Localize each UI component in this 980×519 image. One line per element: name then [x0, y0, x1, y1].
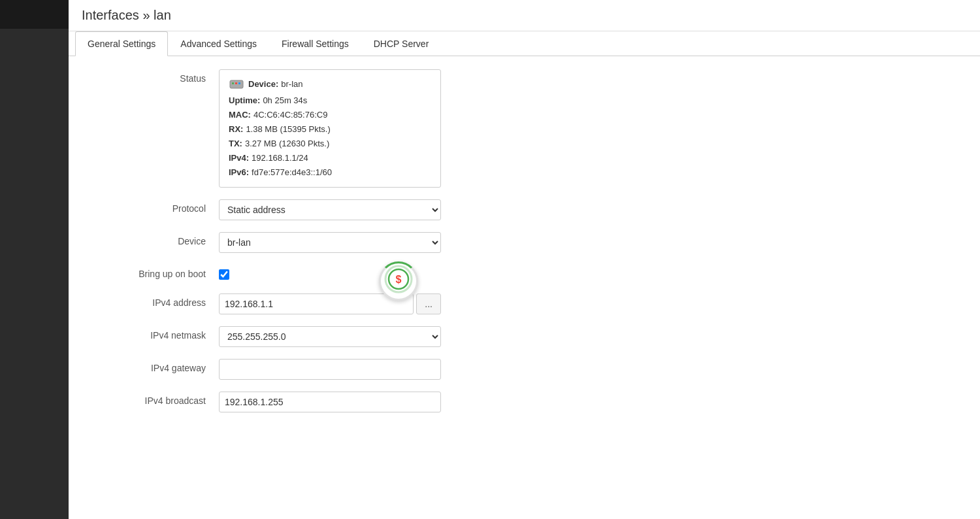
status-label: Status	[88, 69, 219, 84]
svg-rect-2	[235, 82, 237, 84]
ipv4-broadcast-row: IPv4 broadcast	[88, 392, 637, 412]
ipv4-netmask-label: IPv4 netmask	[88, 326, 219, 341]
status-box: Device: br-lan Uptime: 0h 25m 34s MAC: 4…	[219, 69, 441, 188]
status-ipv4-label: IPv4:	[229, 151, 249, 165]
status-ipv4-value: 192.168.1.1/24	[252, 151, 308, 165]
form-content: Status Device: br-lan	[69, 56, 657, 437]
status-uptime-value: 0h 25m 34s	[263, 93, 307, 108]
sidebar: In	[0, 0, 69, 519]
device-select[interactable]: br-lan	[219, 232, 441, 253]
device-control: br-lan	[219, 232, 441, 253]
tab-general[interactable]: General Settings	[75, 31, 168, 56]
status-rx-value: 1.38 MB (15395 Pkts.)	[246, 122, 330, 137]
ipv4-broadcast-control	[219, 392, 441, 412]
ipv4-address-label: IPv4 address	[88, 293, 219, 308]
ipv4-netmask-control: 255.255.255.0 255.255.0.0 255.0.0.0	[219, 326, 441, 347]
device-row: Device br-lan	[88, 232, 637, 253]
status-device-label: Device:	[248, 77, 278, 92]
panel-header: Interfaces » lan	[69, 0, 980, 31]
device-label: Device	[88, 232, 219, 246]
svg-rect-1	[232, 82, 234, 84]
spinner-circle: $	[379, 261, 418, 301]
panel-title: Interfaces » lan	[82, 8, 967, 23]
bring-up-label: Bring up on boot	[88, 265, 219, 279]
ipv4-broadcast-label: IPv4 broadcast	[88, 392, 219, 406]
tab-dhcp[interactable]: DHCP Server	[361, 31, 442, 56]
svg-rect-3	[238, 82, 240, 84]
status-rx-label: RX:	[229, 122, 243, 137]
svg-text:$: $	[396, 274, 402, 285]
bring-up-checkbox[interactable]	[219, 269, 229, 280]
protocol-label: Protocol	[88, 199, 219, 214]
tab-advanced[interactable]: Advanced Settings	[168, 31, 269, 56]
status-ipv6-label: IPv6:	[229, 165, 249, 180]
ipv4-gateway-control	[219, 359, 441, 380]
protocol-select[interactable]: Static address DHCP client DHCPv6 client…	[219, 199, 441, 220]
loading-spinner-overlay: $	[379, 261, 418, 301]
ipv4-broadcast-input[interactable]	[219, 392, 441, 412]
protocol-row: Protocol Static address DHCP client DHCP…	[88, 199, 637, 220]
status-tx-label: TX:	[229, 137, 242, 151]
status-uptime-label: Uptime:	[229, 93, 260, 108]
spinner-icon: $	[384, 265, 413, 298]
ipv4-netmask-select[interactable]: 255.255.255.0 255.255.0.0 255.0.0.0	[219, 326, 441, 347]
status-tx-value: 3.27 MB (12630 Pkts.)	[245, 137, 329, 151]
protocol-control: Static address DHCP client DHCPv6 client…	[219, 199, 441, 220]
device-icon	[229, 76, 244, 92]
ipv4-address-dots-button[interactable]: ...	[416, 293, 441, 314]
bring-up-row: Bring up on boot	[88, 265, 637, 282]
main-panel: Interfaces » lan General Settings Advanc…	[69, 0, 980, 519]
ipv4-netmask-row: IPv4 netmask 255.255.255.0 255.255.0.0 2…	[88, 326, 637, 347]
tabs-bar: General Settings Advanced Settings Firew…	[69, 31, 980, 56]
ipv4-gateway-row: IPv4 gateway	[88, 359, 637, 380]
ipv4-gateway-input[interactable]	[219, 359, 441, 380]
status-device-value: br-lan	[281, 77, 302, 92]
status-ipv6-value: fd7e:577e:d4e3::1/60	[252, 165, 332, 180]
ipv4-gateway-label: IPv4 gateway	[88, 359, 219, 373]
panel-title-text: Interfaces » lan	[82, 8, 171, 22]
status-row: Status Device: br-lan	[88, 69, 637, 188]
status-mac-value: 4C:C6:4C:85:76:C9	[253, 108, 327, 122]
status-mac-label: MAC:	[229, 108, 251, 122]
ipv4-address-row: IPv4 address ...	[88, 293, 637, 314]
tab-firewall[interactable]: Firewall Settings	[269, 31, 361, 56]
